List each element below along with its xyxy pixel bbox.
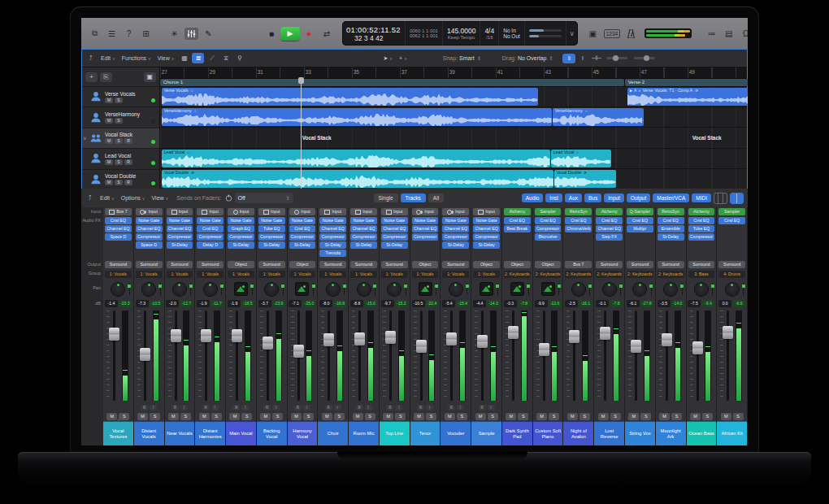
fader-track[interactable] [175, 311, 177, 401]
fx-plugin-slot[interactable]: Channel EQ [596, 225, 623, 232]
output-slot[interactable]: Object [228, 261, 254, 268]
pan-knob[interactable] [726, 283, 739, 296]
fx-plugin-slot[interactable]: Compressor [228, 233, 254, 241]
fx-plugin-slot[interactable]: Compressor [136, 233, 163, 241]
region-verse-vocals-t1-comp-a[interactable]: ▶A∧Verse Vocals: T1 - Comp A⟳ [627, 88, 748, 106]
pan-mini-slider[interactable] [682, 283, 683, 295]
grid-view-icon[interactable]: ▦ [178, 53, 190, 63]
fx-plugin-slot[interactable]: Noise Gate [167, 217, 193, 224]
input-slot[interactable]: Alchemy [688, 208, 715, 215]
output-slot[interactable]: Object [289, 261, 316, 268]
input-monitor-button[interactable]: I [241, 405, 249, 411]
object-panner-pad[interactable] [419, 283, 432, 295]
lcd-mode-icon[interactable]: ▣ [586, 28, 600, 40]
input-slot[interactable]: Input [197, 208, 224, 215]
mute-button[interactable]: M [105, 98, 113, 103]
input-slot[interactable]: Bus 7 [105, 208, 132, 215]
mute-button[interactable]: M [168, 413, 179, 420]
fader-track[interactable] [144, 311, 146, 401]
add-display-icon[interactable]: ⊞ [139, 28, 153, 40]
output-slot[interactable]: Surround [381, 261, 408, 268]
mixer-filter-bus-button[interactable]: Bus [584, 193, 601, 202]
fx-plugin-slot[interactable]: Compressor [535, 225, 562, 232]
input-slot[interactable]: Alchemy [504, 208, 531, 215]
group-slot[interactable]: 2: Keyboards [565, 271, 592, 278]
smart-controls-icon[interactable]: ✳ [167, 28, 181, 40]
mute-button[interactable]: M [567, 413, 578, 420]
channel-nameplate[interactable]: Moonlight Ark [656, 421, 686, 445]
fx-plugin-slot[interactable]: Noise Gate [350, 217, 377, 224]
track-lane-2[interactable]: VerseHarmony○VerseHarmony○ [160, 107, 747, 128]
region-verseharmony[interactable]: VerseHarmony○ [553, 108, 644, 126]
mixer-filter-inst-button[interactable]: Inst [545, 193, 562, 202]
input-slot[interactable]: Sampler [718, 208, 745, 215]
pan-knob[interactable] [204, 283, 217, 296]
screens-icon[interactable]: ⧉ [88, 28, 102, 40]
mute-button[interactable]: M [260, 413, 271, 420]
group-slot[interactable]: 1: Vocals [258, 271, 285, 278]
take-folder-icon[interactable]: ▶ [630, 89, 632, 93]
output-slot[interactable]: Surround [136, 261, 163, 268]
pan-knob[interactable] [664, 283, 677, 296]
mixer-view-tracks-button[interactable]: Tracks [401, 193, 426, 202]
mixer-icon[interactable] [184, 28, 198, 40]
pan-mini-slider[interactable] [406, 283, 406, 295]
group-slot[interactable]: 1: Vocals [105, 271, 132, 278]
region-verseharmony[interactable]: VerseHarmony○ [162, 108, 552, 126]
fader-cap[interactable] [201, 329, 211, 342]
solo-button[interactable]: S [115, 138, 123, 144]
flex-icon[interactable]: ⧖ [219, 53, 232, 63]
channel-nameplate[interactable]: Lost Reverse [594, 421, 624, 445]
cycle-button[interactable]: ⇄ [319, 27, 335, 40]
input-slot[interactable]: Input [350, 208, 377, 215]
output-slot[interactable]: Surround [658, 261, 684, 268]
record-enable-button[interactable]: R [124, 138, 132, 144]
fx-plugin-slot[interactable]: Cnsl EQ [718, 217, 745, 224]
group-slot[interactable]: 1: Vocals [412, 271, 439, 278]
fx-plugin-slot[interactable]: Noise Gate [228, 217, 254, 224]
fx-plugin-slot[interactable]: Compressor [442, 233, 469, 241]
mixer-view-menu[interactable]: View∨ [152, 195, 169, 201]
mixer-view-all-button[interactable]: All [428, 193, 444, 202]
fx-plugin-slot[interactable]: Cnsl EQ [658, 217, 684, 224]
fx-plugin-slot[interactable]: Noise Gate [258, 217, 285, 224]
group-slot[interactable]: 1: Vocals [136, 271, 163, 278]
pan-knob[interactable] [572, 283, 585, 296]
mixer-back-icon[interactable]: ⤴ [84, 193, 96, 203]
fx-plugin-slot[interactable]: Noise Gate [319, 217, 346, 224]
fx-plugin-slot[interactable]: St-Delay [258, 241, 285, 249]
fx-plugin-slot[interactable]: Compressor [473, 233, 500, 241]
mute-button[interactable]: M [628, 413, 639, 420]
horizontal-zoom-slider[interactable] [634, 57, 655, 59]
input-monitor-button[interactable]: I [211, 405, 219, 411]
fader-track[interactable] [450, 311, 453, 401]
fx-plugin-slot[interactable]: Channel EQ [412, 225, 439, 232]
fader-cap[interactable] [385, 331, 396, 344]
channel-nameplate[interactable]: Vocoder [441, 421, 471, 445]
solo-button[interactable]: S [518, 413, 528, 420]
solo-button[interactable]: S [702, 413, 713, 420]
fx-plugin-slot[interactable]: Cnsl EQ [535, 217, 562, 224]
pan-mini-slider[interactable] [283, 283, 284, 295]
sends-on-faders-select[interactable]: Off⇕ [235, 193, 293, 203]
pan-mini-slider[interactable] [743, 283, 744, 295]
record-enable-button[interactable]: R [202, 405, 210, 411]
object-panner-pad[interactable] [235, 283, 247, 295]
output-slot[interactable]: Surround [596, 261, 623, 268]
pan-mini-slider[interactable] [620, 283, 621, 295]
group-slot[interactable]: 1: Vocals [473, 271, 500, 278]
fx-plugin-slot[interactable]: Compressor [381, 233, 408, 241]
mixer-view-single-button[interactable]: Single [374, 193, 398, 202]
record-enable-button[interactable]: R [294, 405, 302, 411]
fx-plugin-slot[interactable]: St-Delay [442, 241, 469, 249]
solo-button[interactable]: S [272, 413, 283, 420]
mixer-filter-audio-button[interactable]: Audio [522, 193, 544, 202]
note-pads-icon[interactable]: ▤ [722, 28, 736, 40]
input-slot[interactable]: Input [228, 208, 254, 215]
track-header-lead-vocal[interactable]: Lead VocalMSR [82, 149, 159, 169]
arrangement-marker[interactable]: Verse 2 [625, 79, 748, 86]
input-slot[interactable]: Input [136, 208, 163, 215]
output-slot[interactable]: Object [473, 261, 500, 268]
record-enable-button[interactable]: R [448, 405, 455, 411]
fx-plugin-slot[interactable]: Step FX [596, 233, 623, 241]
